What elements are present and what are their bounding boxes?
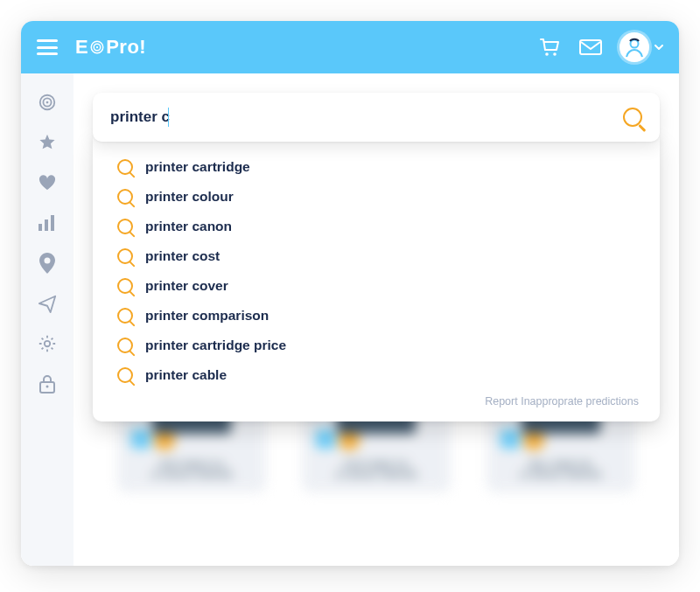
search-input-text: printer c <box>110 108 170 126</box>
search-icon <box>117 159 133 175</box>
sidebar-send-icon[interactable] <box>38 294 57 313</box>
suggestion-suffix: artridge <box>200 159 250 174</box>
search-icon <box>117 189 133 205</box>
search-icon <box>117 219 133 234</box>
suggestion-item[interactable]: printer colour <box>93 182 660 212</box>
search-icon <box>117 367 133 383</box>
svg-point-4 <box>553 52 556 56</box>
sidebar-star-icon[interactable] <box>38 133 57 152</box>
sidebar-bars-icon[interactable] <box>38 213 57 233</box>
suggestion-item[interactable]: printer comparison <box>93 301 660 331</box>
suggestion-item[interactable]: printer cost <box>93 241 660 271</box>
suggestion-prefix: printer c <box>145 159 200 174</box>
text-caret <box>168 108 169 127</box>
product-name-line2: AF INKJET PRINTER <box>335 470 417 479</box>
suggestion-item[interactable]: printer cover <box>93 271 660 301</box>
sidebar-pin-icon[interactable] <box>38 254 57 273</box>
app-window: E Pro! <box>21 21 679 566</box>
suggestion-prefix: printer c <box>145 367 200 382</box>
svg-point-14 <box>45 341 50 346</box>
svg-point-3 <box>545 52 549 56</box>
suggestion-prefix: printer c <box>145 189 200 204</box>
product-name-line2: AF INKJET PRINTER <box>520 470 602 479</box>
search-icon[interactable] <box>623 108 642 127</box>
search-icon <box>117 308 133 324</box>
suggestion-item[interactable]: printer cable <box>93 360 660 390</box>
svg-point-6 <box>631 40 639 48</box>
svg-point-13 <box>45 258 51 264</box>
brand-text-part2: Pro! <box>106 36 146 59</box>
product-name-line2: AF INKJET PRINTER <box>151 470 234 479</box>
suggestion-prefix: printer c <box>145 338 200 352</box>
brand-logo[interactable]: E Pro! <box>75 36 146 59</box>
brand-text-part1: E <box>75 36 88 59</box>
suggestion-item[interactable]: printer cartridge price <box>93 331 660 360</box>
suggestion-prefix: printer c <box>145 248 200 263</box>
cart-icon[interactable] <box>539 38 562 57</box>
app-header: E Pro! <box>21 21 679 73</box>
sidebar <box>21 73 74 566</box>
sidebar-heart-icon[interactable] <box>38 173 57 192</box>
chevron-down-icon <box>654 45 663 50</box>
suggestion-suffix: over <box>200 278 228 293</box>
main-content: EPST RIDM T4.0AF INKJET PRINTER EITST RI… <box>74 73 679 566</box>
product-name-line1: EPST RIDM T4.0 <box>159 460 224 469</box>
suggestion-prefix: printer c <box>145 278 200 293</box>
search-icon <box>117 248 133 264</box>
avatar-icon <box>620 32 649 62</box>
svg-rect-5 <box>580 40 601 54</box>
search-icon <box>117 338 133 353</box>
suggestion-prefix: printer c <box>145 308 200 323</box>
user-menu[interactable] <box>620 32 663 62</box>
suggestion-suffix: able <box>200 367 227 382</box>
search-icon <box>117 278 133 294</box>
svg-rect-11 <box>45 219 48 231</box>
suggestion-item[interactable]: printer cartridge <box>93 152 660 182</box>
suggestion-prefix: printer c <box>145 219 200 233</box>
autocomplete-dropdown: printer cartridge printer colour printer… <box>93 136 660 421</box>
mail-icon[interactable] <box>579 39 602 55</box>
app-body: EPST RIDM T4.0AF INKJET PRINTER EITST RI… <box>21 73 679 566</box>
suggestion-suffix: olour <box>200 189 234 204</box>
header-actions <box>539 32 663 62</box>
svg-point-9 <box>46 101 49 104</box>
suggestion-suffix: artridge price <box>200 338 286 352</box>
suggestion-suffix: anon <box>200 219 232 233</box>
target-icon <box>89 39 105 55</box>
svg-rect-12 <box>51 215 54 231</box>
svg-point-16 <box>46 386 49 388</box>
sidebar-lock-icon[interactable] <box>38 374 57 394</box>
svg-point-2 <box>96 46 98 48</box>
suggestion-item[interactable]: printer canon <box>93 212 660 241</box>
search-bar: printer c <box>93 93 660 142</box>
menu-icon[interactable] <box>37 39 58 55</box>
svg-rect-10 <box>38 224 42 231</box>
suggestion-suffix: ost <box>200 248 220 263</box>
sidebar-target-icon[interactable] <box>38 93 57 112</box>
suggestion-suffix: omparison <box>200 308 269 323</box>
report-predictions-link[interactable]: Report Inapproprate predictions <box>93 390 660 409</box>
product-name-line1: EITST RIDM T10 <box>344 460 408 469</box>
sidebar-gear-icon[interactable] <box>38 334 57 353</box>
product-name-line1: BELL RIDM T50 <box>529 460 592 469</box>
